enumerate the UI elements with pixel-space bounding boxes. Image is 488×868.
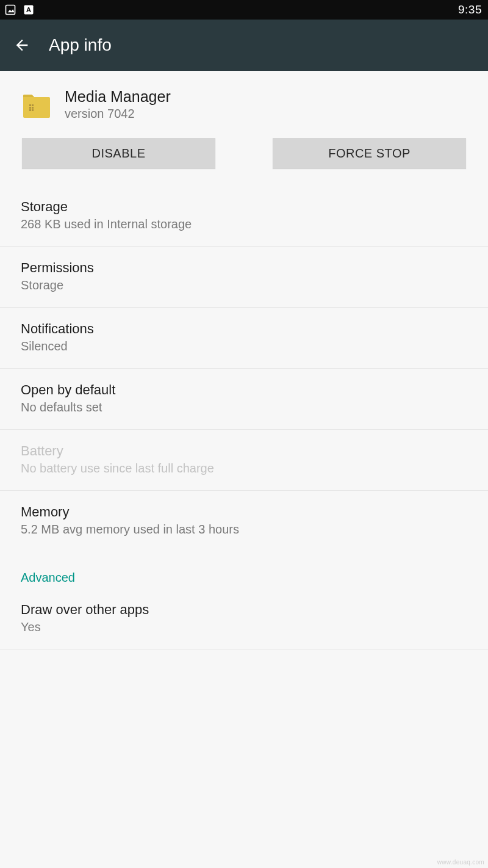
app-version: version 7042 bbox=[65, 107, 171, 121]
memory-row[interactable]: Memory 5.2 MB avg memory used in last 3 … bbox=[0, 491, 488, 551]
draw-over-apps-sub: Yes bbox=[21, 620, 467, 634]
battery-sub: No battery use since last full charge bbox=[21, 461, 467, 476]
svg-rect-5 bbox=[29, 107, 31, 109]
storage-title: Storage bbox=[21, 199, 467, 215]
app-bar: App info bbox=[0, 20, 488, 71]
storage-sub: 268 KB used in Internal storage bbox=[21, 217, 467, 231]
app-header: Media Manager version 7042 bbox=[0, 71, 488, 136]
permissions-row[interactable]: Permissions Storage bbox=[0, 247, 488, 308]
advanced-category-label: Advanced bbox=[0, 551, 488, 588]
open-by-default-sub: No defaults set bbox=[21, 400, 467, 414]
memory-title: Memory bbox=[21, 504, 467, 520]
svg-rect-7 bbox=[29, 109, 31, 111]
svg-rect-0 bbox=[6, 5, 15, 15]
svg-text:A: A bbox=[26, 5, 32, 13]
content-scroll[interactable]: Media Manager version 7042 DISABLE FORCE… bbox=[0, 71, 488, 649]
notifications-row[interactable]: Notifications Silenced bbox=[0, 308, 488, 369]
status-bar-clock: 9:35 bbox=[458, 3, 482, 16]
battery-row: Battery No battery use since last full c… bbox=[0, 430, 488, 491]
open-by-default-row[interactable]: Open by default No defaults set bbox=[0, 369, 488, 430]
svg-rect-3 bbox=[29, 104, 31, 106]
folder-icon bbox=[21, 89, 52, 120]
draw-over-apps-row[interactable]: Draw over other apps Yes bbox=[0, 588, 488, 649]
notifications-sub: Silenced bbox=[21, 339, 467, 353]
back-button[interactable] bbox=[11, 34, 33, 56]
watermark: www.deuaq.com bbox=[437, 859, 484, 866]
open-by-default-title: Open by default bbox=[21, 382, 467, 398]
battery-title: Battery bbox=[21, 443, 467, 459]
permissions-title: Permissions bbox=[21, 260, 467, 276]
memory-sub: 5.2 MB avg memory used in last 3 hours bbox=[21, 523, 467, 537]
image-notification-icon bbox=[4, 3, 17, 16]
notifications-title: Notifications bbox=[21, 321, 467, 337]
arrow-back-icon bbox=[13, 37, 30, 54]
storage-row[interactable]: Storage 268 KB used in Internal storage bbox=[0, 186, 488, 247]
app-icon bbox=[21, 89, 52, 120]
svg-rect-4 bbox=[32, 104, 34, 106]
permissions-sub: Storage bbox=[21, 278, 467, 292]
draw-over-apps-title: Draw over other apps bbox=[21, 602, 467, 618]
status-bar: A 9:35 bbox=[0, 0, 488, 20]
page-title: App info bbox=[49, 35, 112, 55]
disable-button[interactable]: DISABLE bbox=[22, 138, 215, 168]
font-notification-icon: A bbox=[22, 3, 35, 16]
force-stop-button[interactable]: FORCE STOP bbox=[273, 138, 466, 168]
svg-rect-8 bbox=[32, 109, 34, 111]
status-bar-left: A bbox=[4, 3, 35, 16]
app-title-block: Media Manager version 7042 bbox=[65, 88, 171, 121]
app-name: Media Manager bbox=[65, 88, 171, 106]
action-button-row: DISABLE FORCE STOP bbox=[0, 136, 488, 186]
svg-rect-6 bbox=[32, 107, 34, 109]
